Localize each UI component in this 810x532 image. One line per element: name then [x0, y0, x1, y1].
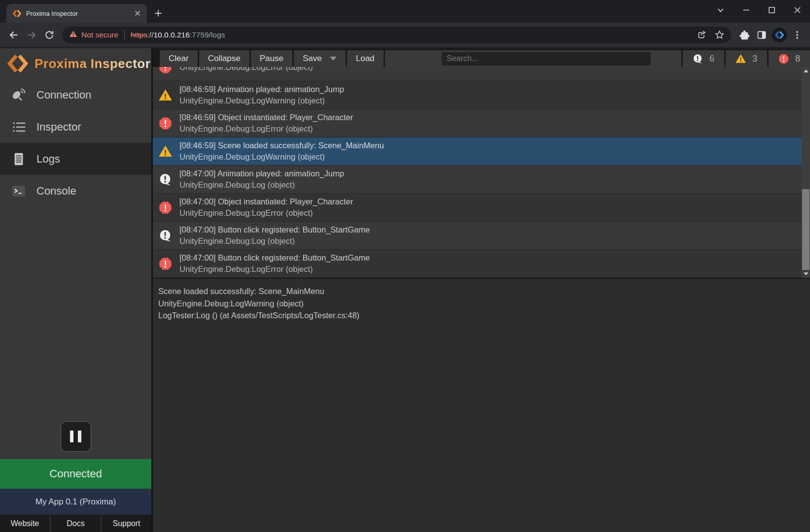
log-list: UnityEngine.Debug:LogError (object)[08:4…	[153, 67, 810, 279]
sidebar-item-label: Inspector	[36, 121, 81, 133]
document-icon	[10, 150, 28, 168]
app-title: Proxima Inspector	[35, 56, 150, 71]
avatar-logo-icon	[772, 28, 787, 42]
profile-avatar[interactable]	[771, 26, 788, 44]
sidebar-footer: WebsiteDocsSupport	[0, 515, 151, 532]
warning-icon	[159, 89, 172, 102]
proxima-favicon-icon	[12, 9, 22, 18]
side-panel-icon[interactable]	[753, 26, 771, 44]
minimize-button[interactable]	[733, 0, 759, 20]
pause-button[interactable]: Pause	[251, 50, 292, 67]
footer-link-docs[interactable]: Docs	[50, 515, 101, 532]
logs-pane: ClearCollapsePauseSaveLoad 638 UnityEngi…	[153, 48, 810, 532]
info-icon	[159, 229, 172, 242]
share-icon[interactable]	[693, 26, 710, 44]
log-entry[interactable]: [08:47:00] Button click registered: Butt…	[153, 250, 810, 278]
detail-line: Scene loaded successfully: Scene_MainMen…	[158, 285, 803, 298]
scroll-up-arrow-icon[interactable]	[802, 67, 810, 75]
close-window-button[interactable]	[784, 0, 810, 20]
log-stack: UnityEngine.Debug:LogError (object)	[179, 264, 370, 275]
log-scrollbar[interactable]	[802, 67, 810, 278]
load-button[interactable]: Load	[347, 50, 384, 67]
logs-toolbar: ClearCollapsePauseSaveLoad 638	[153, 48, 810, 67]
sidebar-item-logs[interactable]: Logs	[0, 143, 151, 175]
collapse-button[interactable]: Collapse	[199, 50, 249, 67]
info-count-filter[interactable]: 6	[683, 50, 724, 67]
sidebar-item-label: Console	[36, 185, 76, 198]
error-icon	[159, 257, 172, 270]
pause-stream-button[interactable]	[61, 421, 91, 452]
maximize-button[interactable]	[759, 0, 784, 20]
tab-close-icon[interactable]	[133, 9, 142, 18]
dropdown-caret-icon	[330, 57, 337, 61]
log-stack: UnityEngine.Debug:LogWarning (object)	[179, 95, 344, 106]
log-entry[interactable]: [08:46:59] Object instantiated: Player_C…	[153, 109, 810, 137]
sidebar-item-connection[interactable]: Connection	[0, 79, 151, 111]
forward-button[interactable]	[23, 26, 40, 44]
footer-link-website[interactable]: Website	[0, 515, 50, 532]
detail-line: LogTester:Log () (at Assets/TestScripts/…	[158, 309, 803, 322]
scroll-down-arrow-icon[interactable]	[802, 270, 810, 278]
footer-link-support[interactable]: Support	[101, 515, 151, 532]
error-count-filter[interactable]: 8	[769, 50, 810, 67]
info-icon	[693, 54, 703, 64]
browser-action-icons	[735, 26, 806, 44]
sidebar-item-label: Logs	[36, 153, 60, 166]
window-controls	[707, 0, 810, 20]
log-stack: UnityEngine.Debug:Log (object)	[179, 235, 370, 247]
not-secure-label: Not secure	[81, 31, 118, 39]
log-entry[interactable]: UnityEngine.Debug:LogError (object)	[153, 67, 810, 81]
warning-icon	[736, 54, 746, 64]
save-button[interactable]: Save	[294, 50, 346, 67]
log-stack: UnityEngine.Debug:Log (object)	[179, 179, 344, 191]
list-icon	[10, 118, 28, 136]
browser-tab[interactable]: Proxima Inspector	[6, 4, 147, 23]
sidebar: Proxima Inspector ConnectionInspectorLog…	[0, 48, 153, 532]
info-icon	[159, 173, 172, 186]
sidebar-item-console[interactable]: Console	[0, 175, 151, 207]
browser-menu-icon[interactable]	[788, 26, 806, 44]
sidebar-item-inspector[interactable]: Inspector	[0, 111, 151, 143]
clear-button[interactable]: Clear	[160, 50, 198, 67]
connection-status-badge: Connected	[0, 459, 151, 489]
error-icon	[778, 54, 789, 64]
button-label: Pause	[260, 54, 283, 64]
button-label: Clear	[169, 54, 189, 64]
log-entry[interactable]: [08:47:00] Button click registered: Butt…	[153, 222, 810, 250]
sidebar-nav: ConnectionInspectorLogsConsole	[0, 79, 151, 207]
button-label: Load	[356, 54, 375, 64]
browser-navbar: Not secure https://10.0.0.216:7759/logs	[0, 23, 810, 47]
log-entry[interactable]: [08:46:59] Animation played: animation_J…	[153, 81, 810, 109]
address-bar[interactable]: Not secure https://10.0.0.216:7759/logs	[62, 27, 731, 43]
browser-window: Proxima Inspector	[0, 0, 810, 532]
new-tab-button[interactable]	[151, 6, 166, 21]
log-message: [08:46:59] Animation played: animation_J…	[179, 84, 344, 95]
log-message: [08:47:00] Object instantiated: Player_C…	[179, 196, 353, 207]
log-message: [08:47:00] Animation played: animation_J…	[179, 168, 344, 179]
log-stack: UnityEngine.Debug:LogWarning (object)	[179, 151, 384, 163]
page-content: Proxima Inspector ConnectionInspectorLog…	[0, 47, 810, 532]
error-icon	[159, 201, 172, 214]
app-logo: Proxima Inspector	[0, 48, 151, 79]
sidebar-item-label: Connection	[36, 89, 91, 101]
terminal-icon	[10, 182, 28, 200]
bookmark-star-icon[interactable]	[710, 26, 728, 44]
log-entry[interactable]: [08:46:59] Scene loaded successfully: Sc…	[153, 137, 810, 166]
tab-search-chevron-icon[interactable]	[707, 0, 733, 20]
extensions-puzzle-icon[interactable]	[735, 26, 753, 44]
reload-button[interactable]	[40, 26, 58, 44]
pause-icon	[70, 431, 73, 442]
log-message: [08:46:59] Object instantiated: Player_C…	[179, 112, 353, 123]
tab-title: Proxima Inspector	[26, 10, 133, 17]
not-secure-warning-icon	[69, 30, 77, 40]
scrollbar-thumb[interactable]	[802, 189, 810, 270]
warning-count-filter[interactable]: 3	[726, 50, 767, 67]
back-button[interactable]	[5, 26, 23, 44]
connected-app-label: My App 0.1 (Proxima)	[0, 489, 151, 515]
search-segment	[385, 50, 681, 67]
log-entry[interactable]: [08:47:00] Object instantiated: Player_C…	[153, 194, 810, 222]
log-entry[interactable]: [08:47:00] Animation played: animation_J…	[153, 166, 810, 194]
button-label: Save	[303, 54, 322, 64]
search-input[interactable]	[442, 52, 651, 66]
log-stack: UnityEngine.Debug:LogError (object)	[179, 207, 353, 219]
